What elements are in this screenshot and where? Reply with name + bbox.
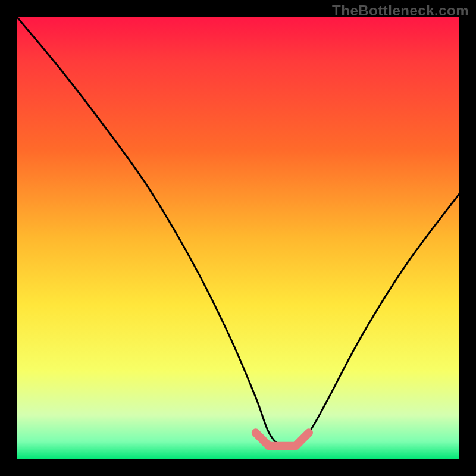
bottleneck-chart bbox=[17, 17, 459, 459]
plot-area bbox=[17, 17, 459, 459]
svg-rect-0 bbox=[17, 17, 459, 459]
watermark-text: TheBottleneck.com bbox=[332, 2, 469, 19]
chart-container: TheBottleneck.com bbox=[0, 0, 476, 476]
